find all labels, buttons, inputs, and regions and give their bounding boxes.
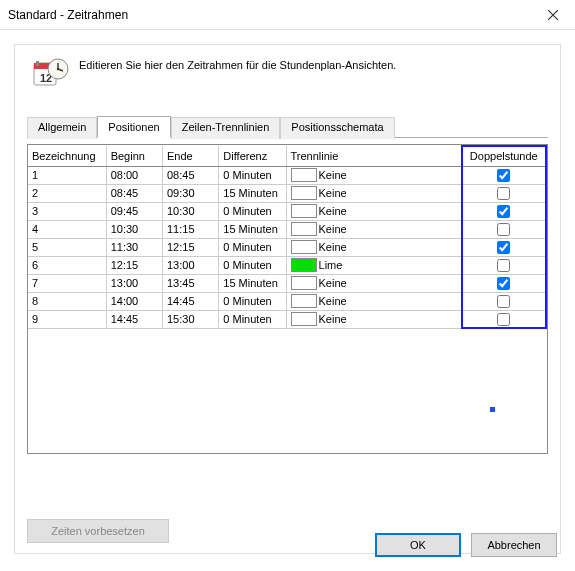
cell-doppelstunde[interactable]: [462, 238, 546, 256]
cell-ende[interactable]: 09:30: [162, 184, 218, 202]
col-differenz[interactable]: Differenz: [219, 146, 286, 166]
cell-bezeichnung[interactable]: 2: [28, 184, 106, 202]
cell-beginn[interactable]: 14:45: [106, 310, 162, 328]
info-text: Editieren Sie hier den Zeitrahmen für di…: [79, 57, 396, 71]
cell-beginn[interactable]: 08:00: [106, 166, 162, 184]
table-row[interactable]: 814:0014:450 MinutenKeine: [28, 292, 546, 310]
preset-times-button: Zeiten vorbesetzen: [27, 519, 169, 543]
cell-doppelstunde[interactable]: [462, 184, 546, 202]
col-beginn[interactable]: Beginn: [106, 146, 162, 166]
cell-bezeichnung[interactable]: 3: [28, 202, 106, 220]
doppelstunde-checkbox[interactable]: [497, 169, 510, 182]
cell-trennlinie[interactable]: Keine: [286, 220, 462, 238]
cell-ende[interactable]: 10:30: [162, 202, 218, 220]
cell-beginn[interactable]: 14:00: [106, 292, 162, 310]
cancel-button[interactable]: Abbrechen: [471, 533, 557, 557]
cell-beginn[interactable]: 08:45: [106, 184, 162, 202]
cell-doppelstunde[interactable]: [462, 220, 546, 238]
cell-differenz[interactable]: 0 Minuten: [219, 256, 286, 274]
cell-trennlinie[interactable]: Keine: [286, 310, 462, 328]
table-row[interactable]: 612:1513:000 MinutenLime: [28, 256, 546, 274]
cell-doppelstunde[interactable]: [462, 256, 546, 274]
cell-doppelstunde[interactable]: [462, 310, 546, 328]
trenn-label: Lime: [319, 259, 343, 271]
doppelstunde-checkbox[interactable]: [497, 313, 510, 326]
doppelstunde-checkbox[interactable]: [497, 277, 510, 290]
table-row[interactable]: 208:4509:3015 MinutenKeine: [28, 184, 546, 202]
cell-ende[interactable]: 13:45: [162, 274, 218, 292]
cell-differenz[interactable]: 15 Minuten: [219, 220, 286, 238]
tab-allgemein[interactable]: Allgemein: [27, 117, 97, 139]
cell-differenz[interactable]: 0 Minuten: [219, 292, 286, 310]
cell-ende[interactable]: 15:30: [162, 310, 218, 328]
svg-point-8: [57, 68, 59, 70]
cell-ende[interactable]: 12:15: [162, 238, 218, 256]
color-swatch: [291, 168, 317, 182]
cell-bezeichnung[interactable]: 8: [28, 292, 106, 310]
doppelstunde-checkbox[interactable]: [497, 223, 510, 236]
table-header-row: Bezeichnung Beginn Ende Differenz Trennl…: [28, 146, 546, 166]
trenn-label: Keine: [319, 205, 347, 217]
col-trennlinie[interactable]: Trennlinie: [286, 146, 462, 166]
tab-positionen[interactable]: Positionen: [97, 116, 170, 138]
table-row[interactable]: 309:4510:300 MinutenKeine: [28, 202, 546, 220]
col-doppelstunde[interactable]: Doppelstunde: [462, 146, 546, 166]
cell-beginn[interactable]: 12:15: [106, 256, 162, 274]
cell-beginn[interactable]: 11:30: [106, 238, 162, 256]
doppelstunde-checkbox[interactable]: [497, 295, 510, 308]
trenn-label: Keine: [319, 277, 347, 289]
color-swatch: [291, 240, 317, 254]
cell-differenz[interactable]: 0 Minuten: [219, 310, 286, 328]
doppelstunde-checkbox[interactable]: [497, 259, 510, 272]
doppelstunde-checkbox[interactable]: [497, 187, 510, 200]
cell-bezeichnung[interactable]: 4: [28, 220, 106, 238]
cell-differenz[interactable]: 0 Minuten: [219, 202, 286, 220]
cell-ende[interactable]: 08:45: [162, 166, 218, 184]
cell-beginn[interactable]: 13:00: [106, 274, 162, 292]
cell-trennlinie[interactable]: Keine: [286, 274, 462, 292]
cell-bezeichnung[interactable]: 6: [28, 256, 106, 274]
cell-ende[interactable]: 13:00: [162, 256, 218, 274]
cell-trennlinie[interactable]: Lime: [286, 256, 462, 274]
cell-differenz[interactable]: 15 Minuten: [219, 274, 286, 292]
cell-doppelstunde[interactable]: [462, 202, 546, 220]
doppelstunde-checkbox[interactable]: [497, 241, 510, 254]
cell-trennlinie[interactable]: Keine: [286, 292, 462, 310]
table-row[interactable]: 410:3011:1515 MinutenKeine: [28, 220, 546, 238]
cell-trennlinie[interactable]: Keine: [286, 238, 462, 256]
close-button[interactable]: [530, 0, 575, 30]
cell-differenz[interactable]: 0 Minuten: [219, 166, 286, 184]
tab-trennlinien[interactable]: Zeilen-Trennlinien: [171, 117, 281, 139]
cell-bezeichnung[interactable]: 5: [28, 238, 106, 256]
table-row[interactable]: 108:0008:450 MinutenKeine: [28, 166, 546, 184]
doppelstunde-checkbox[interactable]: [497, 205, 510, 218]
cell-differenz[interactable]: 15 Minuten: [219, 184, 286, 202]
cell-trennlinie[interactable]: Keine: [286, 166, 462, 184]
cell-doppelstunde[interactable]: [462, 274, 546, 292]
col-ende[interactable]: Ende: [162, 146, 218, 166]
table-row[interactable]: 511:3012:150 MinutenKeine: [28, 238, 546, 256]
col-bezeichnung[interactable]: Bezeichnung: [28, 146, 106, 166]
table-row[interactable]: 713:0013:4515 MinutenKeine: [28, 274, 546, 292]
cell-beginn[interactable]: 09:45: [106, 202, 162, 220]
trenn-label: Keine: [319, 241, 347, 253]
cell-differenz[interactable]: 0 Minuten: [219, 238, 286, 256]
svg-rect-2: [36, 61, 39, 66]
cell-bezeichnung[interactable]: 1: [28, 166, 106, 184]
cell-doppelstunde[interactable]: [462, 292, 546, 310]
cell-beginn[interactable]: 10:30: [106, 220, 162, 238]
cell-bezeichnung[interactable]: 9: [28, 310, 106, 328]
trenn-label: Keine: [319, 223, 347, 235]
positions-grid[interactable]: Bezeichnung Beginn Ende Differenz Trennl…: [27, 144, 548, 454]
cell-bezeichnung[interactable]: 7: [28, 274, 106, 292]
cell-trennlinie[interactable]: Keine: [286, 184, 462, 202]
cell-trennlinie[interactable]: Keine: [286, 202, 462, 220]
tab-schemata[interactable]: Positionsschemata: [280, 117, 394, 139]
cell-doppelstunde[interactable]: [462, 166, 546, 184]
color-swatch: [291, 204, 317, 218]
ok-button[interactable]: OK: [375, 533, 461, 557]
color-swatch: [291, 312, 317, 326]
cell-ende[interactable]: 14:45: [162, 292, 218, 310]
table-row[interactable]: 914:4515:300 MinutenKeine: [28, 310, 546, 328]
cell-ende[interactable]: 11:15: [162, 220, 218, 238]
